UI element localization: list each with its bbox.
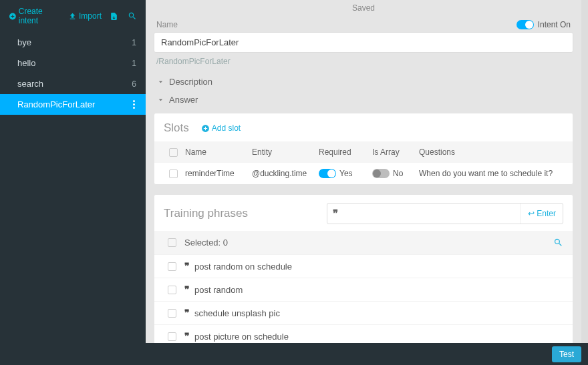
intent-name: bye — [17, 37, 31, 47]
plus-circle-icon — [9, 12, 17, 21]
isarray-value: No — [393, 169, 403, 178]
phrase-text: schedule unsplash pic — [194, 308, 280, 318]
slots-header-row: Name Entity Required Is Array Questions — [154, 141, 573, 163]
upload-icon — [68, 12, 77, 21]
phrase-text: post random — [194, 285, 243, 295]
more-icon[interactable] — [132, 100, 136, 109]
slot-entity: @duckling.time — [252, 169, 319, 178]
phrase-checkbox[interactable] — [168, 309, 176, 318]
name-label: Name — [156, 20, 178, 29]
create-intent-button[interactable]: Create intent — [5, 4, 63, 28]
test-button[interactable]: Test — [552, 346, 581, 362]
export-button[interactable] — [106, 9, 122, 23]
export-icon — [110, 12, 118, 21]
phrase-item[interactable]: ❞ post random on schedule — [154, 254, 573, 278]
phrase-checkbox[interactable] — [168, 286, 176, 294]
saved-banner: Saved — [146, 0, 581, 16]
intent-name: RandomPicForLater — [17, 99, 95, 109]
main-content: Saved Name Intent On RandomPicForLater /… — [146, 0, 581, 343]
phrases-title: Training phrases — [164, 207, 317, 220]
answer-expander[interactable]: Answer — [146, 91, 581, 109]
intent-name: search — [17, 79, 43, 89]
slot-question: When do you want me to schedule it? — [419, 169, 566, 178]
phrases-selection-bar: Selected: 0 — [154, 231, 573, 254]
intent-item-hello[interactable]: hello 1 — [0, 53, 146, 73]
slots-title: Slots — [164, 121, 189, 135]
search-icon — [128, 11, 137, 21]
intent-item-randompicforlater[interactable]: RandomPicForLater — [0, 94, 146, 115]
scrollbar[interactable] — [581, 0, 588, 343]
quote-icon: ❞ — [184, 261, 190, 272]
intent-item-bye[interactable]: bye 1 — [0, 32, 146, 53]
selected-count: Selected: 0 — [184, 238, 228, 248]
create-intent-label: Create intent — [19, 7, 60, 25]
plus-circle-icon — [201, 124, 210, 133]
import-button[interactable]: Import — [65, 9, 105, 23]
phrase-item[interactable]: ❞ post picture on schedule — [154, 324, 573, 343]
search-icon — [553, 238, 563, 248]
th-isarray: Is Array — [372, 147, 419, 157]
enter-arrow-icon: ↩ — [528, 209, 535, 218]
sidebar: Create intent Import bye 1 hello 1 — [0, 0, 146, 343]
th-required: Required — [319, 147, 372, 157]
quote-icon: ❞ — [184, 331, 190, 342]
phrase-checkbox[interactable] — [168, 332, 176, 341]
import-label: Import — [79, 11, 102, 21]
footer: Test — [0, 343, 588, 365]
intent-list: bye 1 hello 1 search 6 RandomPicForLater — [0, 32, 146, 115]
slot-row: reminderTime @duckling.time Yes No When … — [154, 163, 573, 184]
slot-checkbox[interactable] — [169, 169, 178, 178]
phrases-search-button[interactable] — [553, 238, 563, 248]
phrase-text: post picture on schedule — [194, 332, 289, 342]
phrase-enter-button[interactable]: ↩ Enter — [521, 204, 563, 224]
required-value: Yes — [339, 169, 353, 178]
breadcrumb: /RandomPicForLater — [146, 57, 581, 73]
intent-item-search[interactable]: search 6 — [0, 73, 146, 94]
intent-name: hello — [17, 58, 35, 68]
sidebar-search-button[interactable] — [124, 9, 140, 23]
intent-count: 1 — [132, 38, 136, 47]
sidebar-toolbar: Create intent Import — [0, 0, 146, 32]
th-entity: Entity — [252, 147, 319, 157]
select-all-checkbox[interactable] — [169, 148, 178, 157]
chevron-down-icon — [156, 77, 165, 86]
required-toggle[interactable] — [319, 169, 336, 178]
phrase-input[interactable] — [343, 205, 521, 223]
description-expander[interactable]: Description — [146, 73, 581, 91]
intent-name-input[interactable]: RandomPicForLater — [154, 32, 573, 53]
phrase-checkbox[interactable] — [168, 262, 176, 271]
phrase-input-wrap: ❞ ↩ Enter — [327, 203, 563, 224]
th-questions: Questions — [419, 147, 566, 157]
slot-name: reminderTime — [185, 169, 252, 178]
description-label: Description — [169, 77, 212, 87]
slots-panel: Slots Add slot Name Entity Required Is A… — [154, 113, 573, 185]
phrases-select-all-checkbox[interactable] — [168, 238, 176, 247]
quote-icon: ❞ — [184, 308, 190, 318]
intent-on-label: Intent On — [538, 20, 571, 29]
add-slot-button[interactable]: Add slot — [201, 123, 241, 133]
phrase-item[interactable]: ❞ post random — [154, 278, 573, 301]
chevron-down-icon — [156, 95, 165, 104]
add-slot-label: Add slot — [212, 123, 241, 133]
answer-label: Answer — [169, 95, 198, 105]
intent-count: 6 — [132, 79, 136, 89]
phrase-item[interactable]: ❞ schedule unsplash pic — [154, 301, 573, 324]
intent-on-toggle[interactable] — [517, 20, 534, 29]
enter-label: Enter — [537, 209, 556, 218]
quote-icon: ❞ — [327, 208, 343, 220]
training-phrases-panel: Training phrases ❞ ↩ Enter Selected: 0 — [154, 194, 573, 343]
quote-icon: ❞ — [184, 284, 190, 295]
phrase-text: post random on schedule — [194, 262, 292, 272]
isarray-toggle[interactable] — [372, 169, 390, 178]
intent-count: 1 — [132, 59, 136, 68]
th-name: Name — [185, 147, 252, 157]
